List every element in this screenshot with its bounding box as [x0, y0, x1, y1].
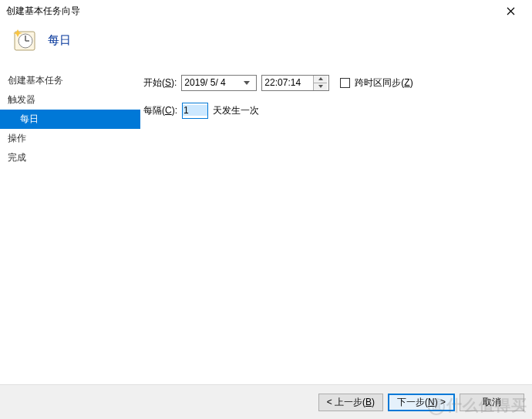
- start-date-input[interactable]: [182, 77, 239, 88]
- cancel-button[interactable]: 取消: [460, 394, 524, 411]
- recur-label: 每隔(C):: [143, 104, 177, 117]
- recur-row: 每隔(C): 天发生一次: [143, 102, 524, 119]
- sidebar-item-action[interactable]: 操作: [0, 129, 140, 148]
- back-button[interactable]: < 上一步(B): [318, 394, 383, 411]
- start-time-field[interactable]: [261, 75, 329, 91]
- sync-timezone-label: 跨时区同步(Z): [355, 76, 412, 90]
- wizard-content: 开始(S): 跨时区同步(Z) 每隔(C): 天发生一次: [140, 66, 532, 167]
- wizard-buttons: < 上一步(B) 下一步(N) > 取消: [0, 385, 532, 419]
- triangle-up-icon: [318, 77, 323, 80]
- next-button[interactable]: 下一步(N) >: [388, 394, 455, 411]
- page-title: 每日: [48, 33, 71, 48]
- chevron-down-icon: [244, 81, 250, 85]
- close-icon: [507, 7, 515, 15]
- start-label: 开始(S):: [143, 76, 177, 90]
- sidebar-item-daily[interactable]: 每日: [0, 110, 140, 129]
- sync-timezone-checkbox[interactable]: [340, 78, 350, 88]
- start-row: 开始(S): 跨时区同步(Z): [143, 74, 524, 91]
- time-spin-up[interactable]: [314, 76, 327, 83]
- time-spinner: [313, 76, 327, 90]
- clock-sparkle-icon: [12, 28, 37, 52]
- triangle-down-icon: [318, 85, 323, 88]
- close-button[interactable]: [495, 0, 526, 22]
- start-date-field[interactable]: [181, 75, 257, 91]
- sidebar-item-finish[interactable]: 完成: [0, 148, 140, 167]
- recur-suffix-label: 天发生一次: [213, 104, 259, 117]
- date-dropdown-button[interactable]: [239, 76, 253, 90]
- wizard-sidebar: 创建基本任务 触发器 每日 操作 完成: [0, 66, 140, 167]
- sidebar-item-create-task[interactable]: 创建基本任务: [0, 71, 140, 90]
- wizard-body: 创建基本任务 触发器 每日 操作 完成 开始(S): 跨时区同步(Z) 每隔(C…: [0, 66, 532, 167]
- window-title: 创建基本任务向导: [6, 5, 495, 18]
- title-bar: 创建基本任务向导: [0, 0, 532, 22]
- wizard-header: 每日: [0, 22, 532, 66]
- sidebar-item-trigger[interactable]: 触发器: [0, 90, 140, 110]
- start-time-input[interactable]: [262, 76, 313, 90]
- recur-days-input[interactable]: [183, 105, 207, 116]
- recur-days-field[interactable]: [182, 103, 208, 119]
- time-spin-down[interactable]: [314, 83, 327, 90]
